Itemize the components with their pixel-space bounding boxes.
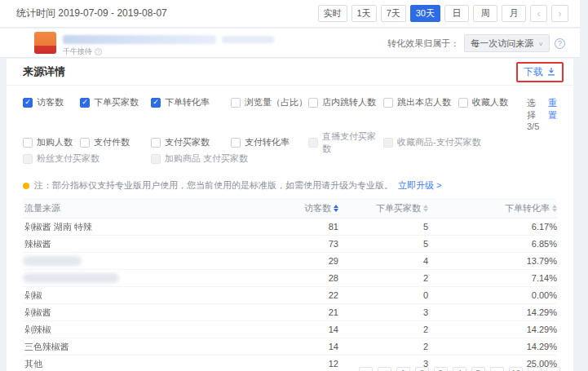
visitors-cell: 21 [329,307,338,317]
metric-checkbox-bounce[interactable]: 跳出本店人数 [383,97,458,108]
time-range-group: 实时 1天 7天 30天 日 周 月 ‹ › [318,5,569,22]
question-circle-icon[interactable]: ? [555,38,565,49]
prev-page-icon[interactable]: ‹ [378,367,391,371]
checkbox-checked-icon[interactable]: ✓ [23,98,33,108]
checkbox-icon[interactable] [231,98,241,108]
download-button[interactable]: 下载 [524,65,543,79]
rate-cell: 7.14% [532,273,557,283]
visitors-cell: 22 [329,290,338,300]
stat-time-label: 统计时间 2019-07-09 - 2019-08-07 [16,7,167,20]
checkbox-checked-icon[interactable]: ✓ [80,98,90,108]
page-item[interactable]: 2 [415,367,429,371]
source-cell: 剁椒酱 [23,307,242,319]
column-header-visitors[interactable]: 访客数 [304,202,338,214]
prev-arrow-icon[interactable]: ‹ [530,5,547,22]
source-cell: 辣椒酱 [23,238,242,250]
visitors-cell: 29 [329,256,338,266]
range-button-30day[interactable]: 30天 [410,5,440,22]
checkbox-icon[interactable] [80,138,90,148]
checkbox-icon[interactable] [308,98,318,108]
metric-selector: ✓ 访客数 ✓ 下单买家数 ✓ 下单转化率 浏览量（占比） 店内跳转人数 跳出 [7,86,573,171]
checkbox-icon[interactable] [23,138,33,148]
metric-checkbox-paid-items[interactable]: 支付件数 [80,137,151,148]
selection-count: 选择 3/5 [527,97,543,131]
shop-meta-redacted [222,36,274,43]
metric-label: 跳出本店人数 [397,96,451,108]
attribution-select[interactable]: 每一次访问来源 ∨ [464,34,550,52]
range-button-day[interactable]: 日 [444,5,469,22]
page-item[interactable]: 5 [471,367,485,371]
column-header-rate[interactable]: 下单转化率 [505,202,557,214]
page-item[interactable]: 4 [453,367,466,371]
range-button-week[interactable]: 周 [473,5,497,22]
column-header-label: 下单转化率 [505,202,550,214]
metric-checkbox-instore-jump[interactable]: 店内跳转人数 [308,97,383,108]
info-icon: ? [95,48,102,55]
metric-checkbox-live-paid-buyers: 直播支付买家数 [308,137,383,148]
metric-checkbox-paid-buyers[interactable]: 支付买家数 [151,137,231,148]
upgrade-link[interactable]: 立即升级 > [398,179,441,192]
reset-link[interactable]: 重置 [548,97,557,131]
range-button-month[interactable]: 月 [502,5,526,22]
next-page-icon[interactable]: › [528,367,542,371]
sort-icon[interactable] [423,205,428,212]
table-row: 剁椒酱 湖南 特辣 81 5 6.17% [23,219,557,236]
metric-checkbox-order-buyers[interactable]: ✓ 下单买家数 [80,97,151,108]
source-cell: 剁辣椒 [23,324,242,336]
metric-checkbox-order-rate[interactable]: ✓ 下单转化率 [151,97,231,108]
buyers-cell: 5 [423,222,428,232]
buyers-cell: 2 [423,273,428,283]
page-item[interactable]: 3 [434,367,448,371]
metric-checkbox-pageviews[interactable]: 浏览量（占比） [231,97,308,108]
checkbox-icon[interactable] [151,138,161,148]
metric-checkbox-pay-rate[interactable]: 支付转化率 [231,137,308,148]
last-page-icon[interactable]: » [546,367,560,371]
rate-cell: 14.29% [527,342,557,351]
metric-row-2: 加购人数 支付件数 支付买家数 支付转化率 直播支付买家数 收藏商品-支付买家数 [23,137,557,148]
metric-checkbox-cart-adds[interactable]: 加购人数 [23,137,80,148]
shop-bar: 千牛接待 ? 转化效果归属于： 每一次访问来源 ∨ ? [0,29,580,58]
column-header-buyers[interactable]: 下单买家数 [376,202,428,214]
check-icon: ✓ [153,99,159,106]
checkbox-checked-icon[interactable]: ✓ [151,98,161,108]
table-row: 28 2 7.14% [23,270,557,287]
checkbox-icon[interactable] [383,98,393,108]
page-item[interactable]: 1 [396,367,410,371]
range-button-1day[interactable]: 1天 [351,5,377,22]
metric-label: 店内跳转人数 [322,96,376,108]
sort-icon[interactable] [334,205,338,212]
stat-time-bar: 统计时间 2019-07-09 - 2019-08-07 实时 1天 7天 30… [0,0,580,28]
metric-label: 下单买家数 [94,96,139,108]
first-page-icon[interactable]: « [359,367,373,371]
source-cell: 其他 [23,358,242,370]
metric-checkbox-fan-paid-buyers: 粉丝支付买家数 [23,153,151,164]
checkbox-icon[interactable] [231,138,241,148]
metric-label: 粉丝支付买家数 [37,152,99,165]
source-cell: 剁椒 [23,289,242,302]
checkbox-disabled-icon [308,138,318,148]
buyers-cell: 5 [423,239,428,249]
range-button-realtime[interactable]: 实时 [318,5,347,22]
range-button-7day[interactable]: 7天 [381,5,406,22]
checkbox-disabled-icon [383,138,393,148]
column-header-label: 访客数 [304,202,331,214]
download-icon[interactable] [546,67,556,77]
metric-label: 浏览量（占比） [245,96,307,108]
metric-checkbox-favorites[interactable]: 收藏人数 [458,97,527,108]
metric-label: 加购商品 支付买家数 [165,152,248,165]
page-item[interactable]: 10 [509,367,523,371]
metric-label: 加购人数 [37,136,73,148]
checkbox-disabled-icon [23,154,33,164]
visitors-cell: 28 [329,273,338,283]
sort-icon[interactable] [552,205,557,212]
metric-label: 支付转化率 [245,136,290,148]
metric-checkbox-visitors[interactable]: ✓ 访客数 [23,97,80,108]
table-row: 剁辣椒 14 2 14.29% [23,321,557,338]
metric-label: 支付件数 [94,136,130,148]
checkbox-icon[interactable] [458,98,468,108]
upgrade-notice: 注：部分指标仅支持专业版用户使用，您当前使用的是标准版，如需使用请升级为专业版。… [23,179,557,192]
next-arrow-icon[interactable]: › [551,5,568,22]
column-header-source[interactable]: 流量来源 [23,202,242,214]
redacted-source-blob [23,273,119,283]
panel-header: 来源详情 下载 [7,59,573,86]
